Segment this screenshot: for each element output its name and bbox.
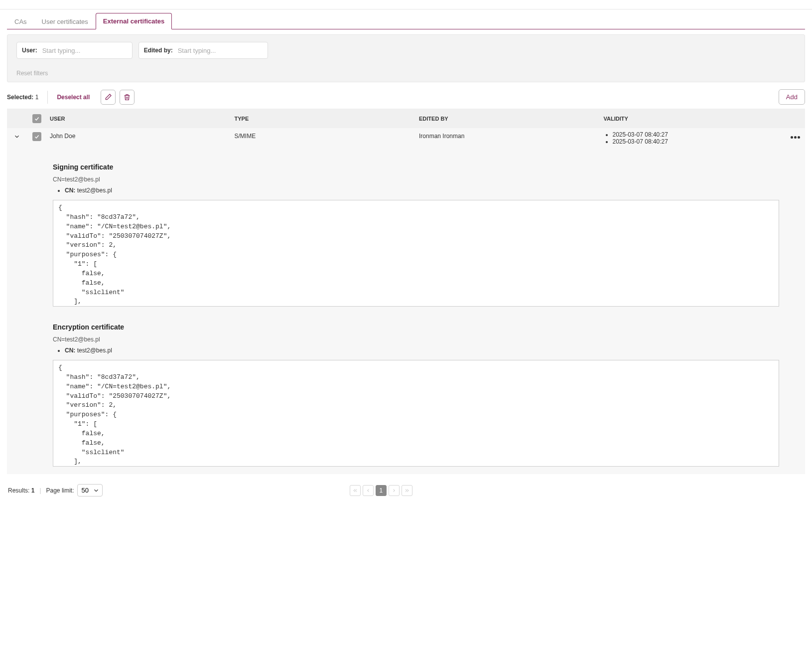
results-label: Results: [8,487,29,494]
encryption-cert-json[interactable]: { "hash": "8cd37a72", "name": "/CN=test2… [53,360,779,467]
divider [47,91,48,104]
filter-edited-by-group: Edited by: [138,42,268,59]
cell-user: John Doe [47,131,232,140]
check-icon [34,116,40,122]
filter-edited-by-input[interactable] [177,43,263,58]
pager: 1 [350,485,412,496]
validity-value: 2025-03-07 08:40:27 [613,131,783,138]
column-header-validity[interactable]: VALIDITY [601,116,786,122]
row-actions-menu[interactable] [785,131,805,140]
edit-button[interactable] [101,90,116,105]
pager-prev[interactable] [363,485,374,496]
action-bar: Selected: 1 Deselect all Add [7,82,805,109]
validity-value: 2025-03-07 08:40:27 [613,138,783,145]
encryption-cn-label: CN: [65,347,75,354]
trash-icon [123,93,131,101]
left-icon [366,488,371,493]
reset-filters-link[interactable]: Reset filters [16,70,48,77]
more-dots-icon [791,136,800,139]
cell-validity: 2025-03-07 08:40:27 2025-03-07 08:40:27 [601,131,786,145]
page-limit-select[interactable]: 50 [77,484,103,496]
selected-count: 1 [35,94,39,101]
column-header-user[interactable]: USER [47,116,232,122]
encryption-cert-title: Encryption certificate [53,323,805,331]
tab-user-certificates[interactable]: User certificates [34,13,96,29]
cell-edited-by: Ironman Ironman [416,131,601,140]
select-all-checkbox[interactable] [32,114,41,123]
cell-type: S/MIME [232,131,416,140]
row-checkbox[interactable] [32,132,41,141]
check-icon [34,134,40,140]
signing-cert-json[interactable]: { "hash": "8cd37a72", "name": "/CN=test2… [53,200,779,307]
page-limit-label: Page limit: [46,487,74,494]
selected-info: Selected: 1 [7,94,38,101]
column-header-type[interactable]: TYPE [232,116,416,122]
data-grid: USER TYPE EDITED BY VALIDITY John Doe S/… [7,109,805,474]
right-icon [392,488,397,493]
column-header-edited-by[interactable]: EDITED BY [416,116,601,122]
filter-bar: User: Edited by: Reset filters [7,34,805,82]
double-left-icon [353,488,358,493]
pager-first[interactable] [350,485,361,496]
deselect-all-link[interactable]: Deselect all [57,94,90,101]
signing-cert-cn-item: CN: test2@bes.pl [65,187,805,194]
filter-user-label: User: [22,47,37,54]
grid-header-row: USER TYPE EDITED BY VALIDITY [7,109,805,128]
encryption-cn-value: test2@bes.pl [77,347,112,354]
add-button[interactable]: Add [779,89,805,105]
pencil-icon [104,93,112,101]
expand-toggle[interactable] [7,131,27,142]
signing-cn-value: test2@bes.pl [77,187,112,194]
signing-cert-title: Signing certificate [53,163,805,171]
chevron-down-icon [13,133,20,140]
encryption-cert-dn: CN=test2@bes.pl [53,336,805,343]
filter-edited-by-label: Edited by: [144,47,173,54]
filter-user-input[interactable] [41,43,127,58]
signing-cn-label: CN: [65,187,75,194]
pager-last[interactable] [402,485,412,496]
tabs-container: CAs User certificates External certifica… [7,12,805,29]
table-row: John Doe S/MIME Ironman Ironman 2025-03-… [7,128,805,148]
grid-footer: Results: 1 | Page limit: 50 1 [7,474,805,498]
row-details: Signing certificate CN=test2@bes.pl CN: … [7,148,805,474]
filter-user-group: User: [16,42,133,59]
selected-label: Selected: [7,94,33,101]
tab-cas[interactable]: CAs [7,13,34,29]
pager-page-current[interactable]: 1 [376,485,387,496]
delete-button[interactable] [120,90,135,105]
signing-cert-dn: CN=test2@bes.pl [53,176,805,183]
divider: | [39,487,41,494]
results-count: 1 [31,487,35,494]
tab-external-certificates[interactable]: External certificates [96,13,172,29]
encryption-cert-cn-item: CN: test2@bes.pl [65,347,805,354]
double-right-icon [405,488,409,493]
pager-next[interactable] [389,485,400,496]
